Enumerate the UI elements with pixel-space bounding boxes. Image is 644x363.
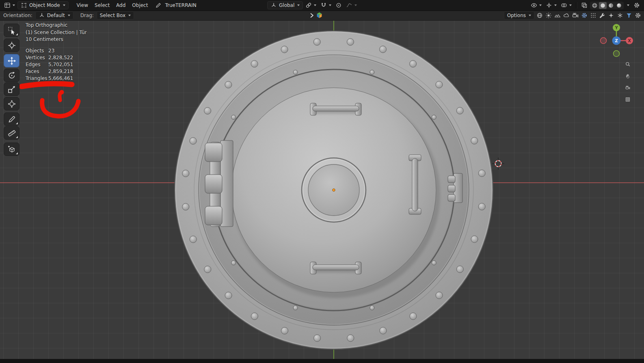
overlay-settings-toggle[interactable]	[634, 12, 642, 19]
tool-transform[interactable]	[4, 97, 19, 110]
topbar-left: Object Mode View Select Add Object TrueT…	[2, 0, 197, 11]
proportional-circle-icon	[335, 2, 342, 9]
viewport-3d[interactable]: Top Orthographic (1) Scene Collection | …	[0, 20, 644, 359]
object-mode-icon	[21, 2, 27, 9]
cloud-toggle[interactable]	[563, 12, 570, 19]
orientation-value: Global	[279, 2, 294, 8]
grid-icon	[625, 96, 630, 103]
rendered-sphere-icon	[616, 2, 622, 9]
falloff-dropdown[interactable]	[344, 1, 359, 9]
hinge-right-catch	[448, 173, 462, 203]
magnifier-icon	[625, 61, 630, 67]
material-sphere-icon	[608, 2, 614, 9]
topbar-center: Global	[267, 0, 359, 11]
tools-toggle[interactable]	[599, 12, 606, 19]
gear-icon	[635, 12, 641, 19]
zoom-button[interactable]	[623, 59, 633, 69]
camera-toggle[interactable]	[572, 12, 579, 19]
options-dropdown[interactable]: Options	[504, 11, 534, 19]
drag-dropdown[interactable]: Select Box	[97, 11, 134, 19]
menu-select[interactable]: Select	[91, 1, 113, 9]
tool-add-cube[interactable]	[4, 143, 19, 156]
overlays-icon	[561, 2, 567, 9]
hand-icon	[625, 73, 630, 79]
shading-rendered-button[interactable]	[615, 2, 623, 9]
chevron-down-icon	[314, 4, 316, 6]
chevron-down-icon	[354, 4, 357, 6]
terrain-toggle[interactable]	[554, 12, 561, 19]
proportional-editing-toggle[interactable]	[334, 1, 344, 9]
magnet-icon	[320, 2, 327, 9]
show-overlays-dropdown[interactable]	[559, 1, 573, 9]
link-icon	[305, 2, 312, 9]
tool-settings-right: Options	[504, 11, 642, 20]
sun-icon	[545, 12, 552, 19]
viewport-settings-button[interactable]	[632, 1, 642, 9]
grid-view-button[interactable]	[623, 95, 633, 104]
shading-wireframe-button[interactable]	[591, 2, 599, 9]
grid-dots-toggle[interactable]	[590, 12, 597, 19]
orientation-label: Orientation:	[3, 13, 32, 18]
addon-pen-icon	[155, 2, 162, 9]
tool-measure[interactable]	[4, 126, 19, 140]
shading-solid-button[interactable]	[599, 2, 607, 9]
shading-material-button[interactable]	[607, 2, 615, 9]
stat-row: Edges5,702,051	[26, 61, 86, 68]
pan-button[interactable]	[623, 71, 633, 81]
menu-add[interactable]: Add	[113, 1, 129, 9]
rotate-icon	[7, 71, 16, 80]
filter-toggle[interactable]	[625, 12, 633, 19]
chevron-down-icon	[539, 4, 542, 6]
tool-scale[interactable]	[4, 82, 19, 96]
mode-label: Object Mode	[29, 2, 60, 8]
xray-toggle[interactable]	[579, 1, 589, 9]
tool-settings-bar: Orientation: Default Drag: Select Box	[0, 11, 644, 21]
transform-orientation-dropdown[interactable]: Global	[267, 1, 303, 9]
dot-grid-icon	[590, 12, 596, 19]
menu-view[interactable]: View	[73, 1, 91, 9]
gear-blue-icon	[581, 12, 588, 19]
tool-select-box[interactable]	[4, 24, 19, 37]
navigation-axis-gizmo[interactable]: Y X Z	[598, 22, 635, 59]
menu-bar: View Select Add Object	[73, 1, 151, 9]
tool-cursor[interactable]	[4, 39, 19, 52]
chevron-down-icon	[569, 4, 572, 6]
tool-move[interactable]	[4, 54, 19, 67]
object-visibility-dropdown[interactable]	[529, 1, 543, 9]
menu-object[interactable]: Object	[129, 1, 151, 9]
sun-toggle[interactable]	[545, 12, 552, 19]
mode-dropdown[interactable]: Object Mode	[17, 1, 69, 9]
gizmo-y-label: Y	[614, 26, 618, 30]
snap-toggle-button[interactable]	[304, 1, 318, 9]
snap-settings-dropdown[interactable]	[319, 1, 333, 9]
editor-type-button[interactable]	[2, 1, 17, 9]
gizmo-x-negative[interactable]	[601, 38, 607, 44]
snow-toggle[interactable]	[616, 12, 624, 19]
world-toggle[interactable]	[536, 12, 543, 19]
show-gizmos-dropdown[interactable]	[544, 1, 558, 9]
chevron-down-icon	[128, 15, 131, 16]
gizmo-x-label: X	[628, 39, 631, 43]
cursor-3d[interactable]	[491, 156, 506, 171]
orientation-value-label: Default	[47, 13, 65, 18]
chevron-down-icon	[13, 4, 15, 6]
shading-options-dropdown[interactable]	[625, 4, 631, 7]
camera-view-button[interactable]	[623, 83, 633, 93]
transform-icon	[7, 99, 16, 108]
options-label: Options	[507, 13, 526, 18]
context-label: (1) Scene Collection | Tür	[26, 29, 86, 37]
gizmo-y-negative[interactable]	[614, 51, 620, 57]
tt-settings-toggle[interactable]	[581, 12, 588, 19]
orientation-axes-icon	[39, 12, 45, 19]
orientation-dropdown[interactable]: Default	[35, 11, 73, 19]
tool-rotate[interactable]	[4, 69, 19, 82]
collapsed-panel-header[interactable]	[309, 12, 323, 19]
terrain-icon	[554, 12, 561, 19]
measure-ruler-icon	[7, 129, 16, 138]
box-select-icon	[7, 26, 16, 35]
snowflake-icon	[617, 12, 623, 19]
hatch-door-object[interactable]	[0, 20, 644, 359]
unit-label: 10 Centimeters	[26, 36, 86, 43]
tool-annotate[interactable]	[4, 112, 19, 126]
sparkle-toggle[interactable]	[607, 12, 615, 19]
